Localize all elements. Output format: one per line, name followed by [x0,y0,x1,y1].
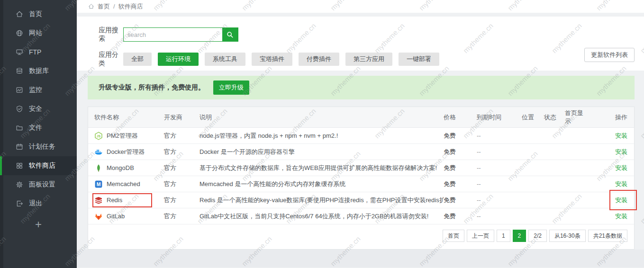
action-cell: 安装 [592,180,634,188]
sidebar-item-security[interactable]: 安全 [0,99,77,118]
software-table-card: 软件名称开发商说明价格到期时间位置状态首页显示操作 JSPM2管理器官方node… [88,107,635,250]
description-cell: GitLab中文社区版，当前只支持Centos6/7 64位系统，内存小于2GB… [200,212,444,221]
description-cell: Redis 是一个高性能的key-value数据库(要使用PHP连接redis，… [200,196,444,205]
table-row: MMemcached官方Memcached 是一个高性能的分布式内存对象缓存系统… [88,176,634,192]
install-link[interactable]: 安装 [615,213,627,220]
monitor-icon [16,48,23,56]
sidebar-item-files[interactable]: 文件 [0,118,77,137]
price-cell: 免费 [444,132,477,140]
search-label: 应用搜索 [99,26,123,43]
expiry-cell: -- [477,197,522,204]
category-list: 全部运行环境系统工具宝塔插件付费插件第三方应用一键部署 [123,53,445,66]
category-button[interactable]: 付费插件 [299,53,339,66]
software-name: PM2管理器 [107,132,138,140]
action-cell: 安装 [592,132,634,140]
pagination-ratio: 2/2 [528,230,547,242]
search-input[interactable] [124,28,222,41]
breadcrumb-current: 软件商店 [118,2,143,11]
pagination-page-2[interactable]: 2 [513,230,526,242]
expiry-cell: -- [477,213,522,220]
svg-text:JS: JS [97,134,101,137]
sidebar-item-label: 文件 [29,124,42,132]
software-name-cell: JSPM2管理器 [88,132,164,140]
price-cell: 免费 [444,180,477,188]
category-button[interactable]: 系统工具 [205,53,245,66]
pagination-first[interactable]: 首页 [443,230,464,242]
search-row: 应用搜索 [99,26,644,43]
software-name: Redis [107,197,122,204]
grid-icon [16,162,23,170]
install-link[interactable]: 安装 [615,132,627,139]
category-button[interactable]: 宝塔插件 [252,53,292,66]
install-link[interactable]: 安装 [615,164,627,171]
software-name-cell: MongoDB [88,164,164,172]
install-link[interactable]: 安装 [615,148,627,155]
upgrade-banner-text: 升级专业版，所有插件，免费使用。 [99,83,205,92]
developer-cell: 官方 [164,148,200,156]
chart-icon [16,86,23,94]
footer-band [77,250,644,268]
gitlab-icon [94,212,103,221]
table-row: MongoDB官方基于分布式文件存储的数据库，旨在为WEB应用提供可扩展的高性能… [88,160,634,176]
sidebar-item-label: 面板设置 [29,180,55,189]
category-button[interactable]: 一键部署 [399,53,439,66]
description-cell: Memcached 是一个高性能的分布式内存对象缓存系统 [200,180,444,188]
table-column-header: 说明 [200,113,444,122]
table-column-header: 到期时间 [477,113,522,122]
software-name: Memcached [107,180,140,188]
install-link[interactable]: 安装 [615,197,627,204]
category-button[interactable]: 运行环境 [158,53,199,66]
pagination-page-1[interactable]: 1 [497,230,510,242]
gear-icon [16,181,23,188]
sidebar: 首页网站FTP数据库监控安全文件计划任务软件商店面板设置退出 + [0,0,77,268]
table-column-header: 操作 [592,113,634,122]
sidebar-item-monitor[interactable]: 监控 [0,80,77,99]
category-button[interactable]: 第三方应用 [345,53,392,66]
shield-icon [16,105,23,113]
search-filter-panel: 应用搜索 应用分类 全部运行环境系统工具宝塔插件付费插件第三方应用一键部署 更新… [77,17,644,71]
action-cell: 安装 [592,148,634,156]
developer-cell: 官方 [164,164,200,172]
price-cell: 免费 [444,212,477,221]
table-column-header: 位置 [522,113,544,122]
calendar-icon [16,143,23,151]
breadcrumb-home-link[interactable]: 首页 [98,2,110,11]
upgrade-banner: 升级专业版，所有插件，免费使用。 立即升级 [88,76,635,99]
table-row: GitLab官方GitLab中文社区版，当前只支持Centos6/7 64位系统… [88,208,634,224]
sidebar-item-cron[interactable]: 计划任务 [0,137,77,156]
pagination-total: 共21条数据 [588,230,627,242]
pagination: 首页上一页122/2从16-30条共21条数据 [443,230,627,242]
upgrade-now-button[interactable]: 立即升级 [213,80,249,95]
redis-icon [94,196,103,205]
sidebar-item-database[interactable]: 数据库 [0,62,77,80]
sidebar-item-home[interactable]: 首页 [0,5,77,24]
docker-icon [94,148,103,156]
sidebar-item-ftp[interactable]: FTP [0,43,77,62]
table-header-row: 软件名称开发商说明价格到期时间位置状态首页显示操作 [88,107,634,128]
category-button[interactable]: 全部 [123,53,152,66]
sidebar-item-label: 计划任务 [29,143,55,151]
search-group [123,27,238,42]
mongodb-icon [94,164,103,172]
sidebar-item-site[interactable]: 网站 [0,24,77,43]
sidebar-item-label: FTP [29,48,41,56]
search-button[interactable] [222,28,238,41]
software-name: MongoDB [107,164,134,171]
sidebar-menu: 首页网站FTP数据库监控安全文件计划任务软件商店面板设置退出 [0,0,77,213]
developer-cell: 官方 [164,180,200,188]
install-link[interactable]: 安装 [615,180,627,188]
sidebar-item-logout[interactable]: 退出 [0,194,77,213]
expiry-cell: -- [477,148,522,155]
sidebar-add-button[interactable]: + [0,215,77,234]
sidebar-item-label: 监控 [29,86,42,94]
action-cell: 安装 [592,212,634,221]
table-body: JSPM2管理器官方node.js管理器，内置 node.js + npm + … [88,128,634,224]
sidebar-item-settings[interactable]: 面板设置 [0,175,77,194]
update-software-list-button[interactable]: 更新软件列表 [584,48,635,62]
table-column-header: 价格 [444,113,477,122]
table-column-header: 开发商 [164,113,200,122]
sidebar-item-store[interactable]: 软件商店 [0,156,77,175]
globe-icon [16,29,23,37]
breadcrumb: 首页 / 软件商店 [77,0,644,13]
pagination-prev[interactable]: 上一页 [467,230,494,242]
